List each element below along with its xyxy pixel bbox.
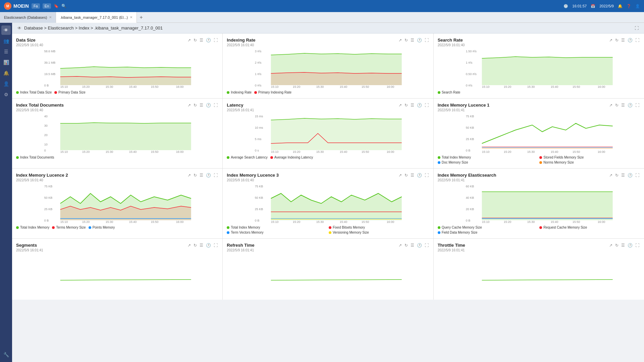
share-icon[interactable]: ↗ [608, 243, 613, 248]
history-icon[interactable]: 🕐 [416, 103, 423, 108]
bookmark-icon[interactable]: 🔖 [54, 4, 59, 8]
share-icon[interactable]: ↗ [187, 243, 192, 248]
expand-icon[interactable]: ⛶ [213, 243, 218, 248]
expand-icon[interactable]: ⛶ [424, 38, 429, 43]
refresh-icon[interactable]: ↻ [404, 173, 409, 178]
chart-index-memory-lucence-3-date: 2022/5/9 16:01:40 [227, 178, 279, 182]
chart-index-total-documents-header: Index Total Documents 2022/5/9 16:01:40 … [16, 103, 218, 112]
history-icon[interactable]: 🕐 [627, 173, 633, 178]
chart-refresh-time-actions: ↗ ↻ ☰ 🕐 ⛶ [398, 243, 429, 248]
sidebar-item-bell[interactable]: 🔔 [1, 68, 11, 78]
refresh-icon[interactable]: ↻ [193, 243, 198, 248]
legend-fixed-bitsets-memory: Fixed Bitsets Memory [329, 226, 429, 229]
share-icon[interactable]: ↗ [608, 173, 613, 178]
menu-icon[interactable]: ☰ [199, 38, 204, 43]
share-icon[interactable]: ↗ [398, 243, 402, 248]
expand-icon[interactable]: ⛶ [635, 173, 640, 178]
history-icon[interactable]: 🕐 [205, 38, 212, 43]
legend-search-rate-label: Search Rate [442, 90, 461, 94]
lang-en-btn[interactable]: En [43, 3, 51, 9]
menu-icon[interactable]: ☰ [199, 243, 204, 248]
refresh-icon[interactable]: ↻ [614, 173, 619, 178]
history-icon[interactable]: 🕐 [205, 243, 212, 248]
tab-databases-close[interactable]: ✕ [49, 15, 52, 19]
tab-databases[interactable]: Elasticsearch (Databases) ✕ [0, 12, 56, 23]
help-icon[interactable]: ❓ [627, 4, 631, 8]
expand-icon[interactable]: ⛶ [635, 38, 640, 43]
share-icon[interactable]: ↗ [187, 103, 192, 108]
menu-icon[interactable]: ☰ [199, 103, 204, 108]
legend-dot-green [16, 156, 19, 159]
menu-icon[interactable]: ☰ [621, 103, 626, 108]
share-icon[interactable]: ↗ [187, 38, 192, 43]
menu-icon[interactable]: ☰ [621, 243, 626, 248]
menu-icon[interactable]: ☰ [410, 243, 415, 248]
menu-icon[interactable]: ☰ [410, 103, 415, 108]
chart-index-memory-elasticsearch-legend: Query Cache Memory Size Request Cache Me… [438, 226, 640, 234]
sidebar-item-user[interactable]: 👤 [1, 79, 11, 88]
history-icon[interactable]: 🕐 [627, 103, 633, 108]
share-icon[interactable]: ↗ [187, 173, 192, 178]
share-icon[interactable]: ↗ [398, 173, 402, 178]
menu-icon[interactable]: ☰ [199, 173, 204, 178]
refresh-icon[interactable]: ↻ [404, 38, 409, 43]
menu-icon[interactable]: ☰ [410, 38, 415, 43]
expand-icon[interactable]: ⛶ [213, 103, 218, 108]
tab-kibana[interactable]: .kibana_task_manager_7.17.0_001 (El...) … [56, 12, 137, 23]
svg-text:15:30: 15:30 [106, 150, 113, 154]
chart-index-total-documents-legend: Index Total Documents [16, 156, 218, 159]
svg-marker-95 [482, 192, 612, 220]
refresh-icon[interactable]: ↻ [404, 103, 409, 108]
chart-index-total-documents: Index Total Documents 2022/5/9 16:01:40 … [12, 99, 222, 168]
sidebar-item-chart[interactable]: 📊 [1, 58, 11, 67]
tab-add-btn[interactable]: + [137, 14, 145, 20]
user-avatar[interactable]: 👤 [635, 4, 640, 8]
legend-dot-green [16, 226, 19, 229]
expand-icon[interactable]: ⛶ [213, 173, 218, 178]
menu-icon[interactable]: ☰ [621, 38, 626, 43]
refresh-icon[interactable]: ↻ [614, 103, 619, 108]
refresh-icon[interactable]: ↻ [193, 103, 198, 108]
share-icon[interactable]: ↗ [398, 38, 402, 43]
sidebar-item-tools[interactable]: 🔧 [1, 350, 11, 359]
chart-index-memory-lucence-1: Index Memory Lucence 1 2022/5/9 16:01:41… [434, 99, 644, 168]
tab-kibana-close[interactable]: ✕ [130, 15, 132, 19]
search-icon[interactable]: 🔍 [61, 4, 66, 8]
expand-icon[interactable]: ⛶ [424, 243, 429, 248]
sidebar-item-list[interactable]: ☰ [1, 47, 11, 56]
expand-icon[interactable]: ⛶ [635, 243, 640, 248]
expand-icon[interactable]: ⛶ [635, 26, 639, 31]
history-icon[interactable]: 🕐 [416, 38, 423, 43]
expand-icon[interactable]: ⛶ [424, 103, 429, 108]
lang-fa-btn[interactable]: Fa [32, 3, 40, 9]
chart-throttle-time: Throttle Time 2022/5/9 16:01:41 ↗ ↻ ☰ 🕐 … [434, 239, 644, 300]
refresh-icon[interactable]: ↻ [404, 243, 409, 248]
chart-segments-actions: ↗ ↻ ☰ 🕐 ⛶ [187, 243, 218, 248]
history-icon[interactable]: 🕐 [416, 243, 423, 248]
sidebar-item-eye[interactable]: 👁 [1, 25, 11, 35]
refresh-icon[interactable]: ↻ [614, 243, 619, 248]
refresh-icon[interactable]: ↻ [193, 173, 198, 178]
share-icon[interactable]: ↗ [398, 103, 402, 108]
svg-text:15:50: 15:50 [572, 85, 580, 88]
refresh-icon[interactable]: ↻ [614, 38, 619, 43]
share-icon[interactable]: ↗ [608, 38, 613, 43]
expand-icon[interactable]: ⛶ [213, 38, 218, 43]
expand-icon[interactable]: ⛶ [424, 173, 429, 178]
history-icon[interactable]: 🕐 [205, 103, 212, 108]
refresh-icon[interactable]: ↻ [193, 38, 198, 43]
expand-icon[interactable]: ⛶ [635, 103, 640, 108]
menu-icon[interactable]: ☰ [621, 173, 626, 178]
history-icon[interactable]: 🕐 [627, 243, 633, 248]
share-icon[interactable]: ↗ [608, 103, 613, 108]
sidebar-item-settings[interactable]: ⚙ [1, 90, 11, 99]
history-icon[interactable]: 🕐 [627, 38, 633, 43]
history-icon[interactable]: 🕐 [205, 173, 212, 178]
chart-index-memory-lucence-3-title: Index Memory Lucence 3 [227, 173, 279, 178]
menu-icon[interactable]: ☰ [410, 173, 415, 178]
sidebar-item-users[interactable]: 👥 [1, 36, 11, 46]
legend-points-memory: Points Memory [89, 226, 115, 229]
history-icon[interactable]: 🕐 [416, 173, 423, 178]
notification-icon[interactable]: 🔔 [618, 4, 623, 8]
svg-text:15:50: 15:50 [362, 220, 369, 224]
